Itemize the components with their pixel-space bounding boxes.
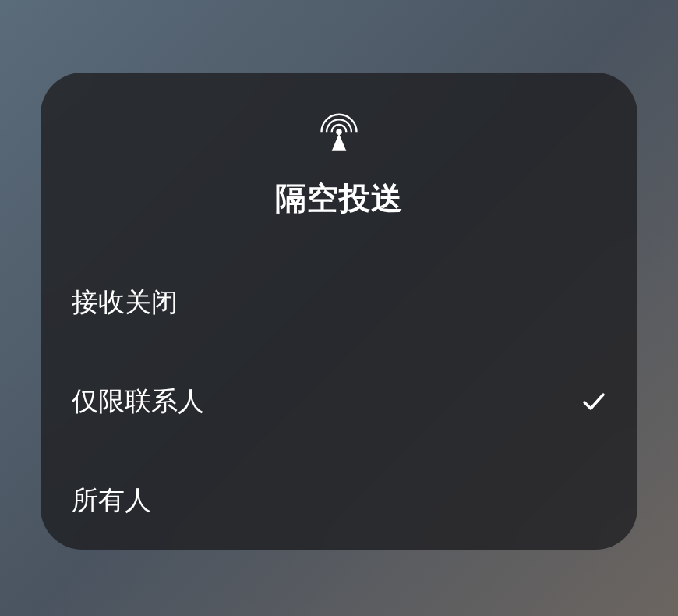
option-receiving-off[interactable]: 接收关闭 [41, 253, 637, 352]
checkmark-icon [581, 389, 606, 414]
option-label: 接收关闭 [72, 285, 178, 320]
airdrop-settings-panel: 隔空投送 接收关闭 仅限联系人 所有人 [41, 73, 637, 550]
option-label: 所有人 [72, 483, 151, 519]
panel-title: 隔空投送 [275, 177, 403, 220]
airdrop-icon [316, 112, 362, 158]
option-label: 仅限联系人 [72, 384, 204, 420]
option-everyone[interactable]: 所有人 [41, 451, 637, 550]
panel-header: 隔空投送 [41, 73, 637, 253]
options-list: 接收关闭 仅限联系人 所有人 [41, 253, 637, 550]
option-contacts-only[interactable]: 仅限联系人 [41, 352, 637, 451]
